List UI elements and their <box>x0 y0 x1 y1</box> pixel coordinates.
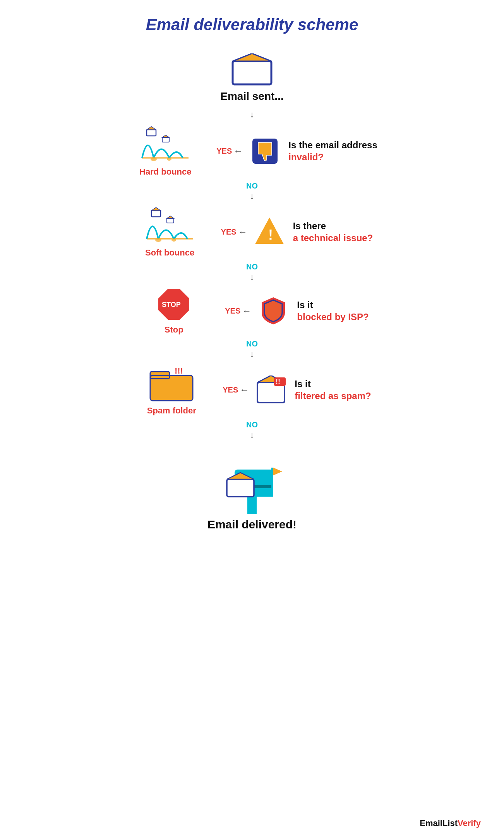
hard-bounce-block: Hard bounce <box>127 125 204 177</box>
stop-sign-icon: STOP <box>156 287 191 322</box>
yes-arrow-4: YES ← <box>223 384 249 395</box>
page-title: Email deliverability scheme <box>146 15 358 34</box>
technical-issue-icon: ! <box>252 214 287 249</box>
spam-filter-icon: !! <box>254 372 288 407</box>
spam-envelope-icon: !! <box>255 375 286 405</box>
yes-arrow-1: YES ← <box>216 146 243 156</box>
svg-point-15 <box>155 238 161 242</box>
svg-point-8 <box>167 158 171 161</box>
svg-text:!!: !! <box>276 378 280 386</box>
yes-arrow-3: YES ← <box>225 305 251 316</box>
arrow-no-2: NO ↓ <box>246 262 258 282</box>
svg-text:STOP: STOP <box>162 301 181 309</box>
decision-row-3: STOP Stop YES ← Is it blocked by ISP? <box>78 287 426 335</box>
soft-bounce-icon <box>143 206 197 245</box>
invalid-email-icon <box>247 134 282 168</box>
question3-line2: blocked by ISP? <box>297 311 369 323</box>
stop-block: STOP Stop <box>135 287 213 335</box>
svg-text:!: ! <box>268 227 273 243</box>
svg-marker-6 <box>162 135 169 137</box>
svg-rect-22 <box>150 375 193 401</box>
svg-point-16 <box>171 238 176 242</box>
question1-line1: Is the email address <box>288 139 377 151</box>
question-block-3: Is it blocked by ISP? <box>297 299 369 323</box>
shield-icon <box>258 295 289 326</box>
email-sent-node: Email sent... <box>220 53 283 103</box>
question-block-4: Is it filtered as spam? <box>295 378 371 402</box>
question4-line2: filtered as spam? <box>295 390 371 402</box>
spam-folder-label: Spam folder <box>147 406 196 416</box>
isp-blocked-icon <box>256 293 291 328</box>
footer-text1: EmailList <box>420 818 458 828</box>
svg-rect-5 <box>162 137 169 142</box>
question1-line2: invalid? <box>288 151 377 163</box>
email-delivered-label: Email delivered! <box>207 518 297 531</box>
email-sent-label: Email sent... <box>220 90 283 103</box>
spam-folder-icon: !!! <box>148 364 195 403</box>
svg-rect-11 <box>151 211 161 217</box>
arrow-down-1: ↓ <box>250 110 254 120</box>
decision-row-4: !!! Spam folder YES ← !! Is it <box>78 364 426 416</box>
svg-text:!!!: !!! <box>175 366 183 375</box>
svg-marker-1 <box>233 53 271 61</box>
arrow-no-1: NO ↓ <box>246 182 258 201</box>
svg-rect-36 <box>227 479 254 497</box>
question3-line1: Is it <box>297 299 369 311</box>
warning-icon: ! <box>254 216 285 247</box>
svg-marker-35 <box>273 468 282 475</box>
svg-rect-0 <box>233 61 271 84</box>
svg-rect-34 <box>271 468 273 489</box>
svg-rect-3 <box>147 130 156 136</box>
question-block-1: Is the email address invalid? <box>288 139 377 163</box>
svg-rect-13 <box>167 218 174 223</box>
svg-marker-14 <box>167 216 174 218</box>
thumbs-down-icon <box>250 137 279 166</box>
svg-point-7 <box>151 157 157 161</box>
stop-label: Stop <box>165 325 183 335</box>
soft-bounce-label: Soft bounce <box>145 248 194 258</box>
yes-arrow-2: YES ← <box>221 226 247 237</box>
footer-text2: Verify <box>458 818 481 828</box>
svg-marker-12 <box>151 207 161 211</box>
email-icon <box>231 53 273 86</box>
question-block-2: Is there a technical issue? <box>293 220 373 244</box>
arrow-no-3: NO ↓ <box>246 339 258 359</box>
question2-line1: Is there <box>293 220 373 232</box>
flowchart: Email sent... ↓ H <box>78 53 426 531</box>
soft-bounce-block: Soft bounce <box>131 206 209 258</box>
email-delivered-node: Email delivered! <box>207 446 297 531</box>
footer: EmailListVerify <box>420 818 481 828</box>
hard-bounce-icon <box>138 125 192 164</box>
decision-row-1: Hard bounce YES ← Is the email address i… <box>78 125 426 177</box>
question4-line1: Is it <box>295 378 371 390</box>
decision-row-2: Soft bounce YES ← ! Is there a technical… <box>78 206 426 258</box>
spam-folder-block: !!! Spam folder <box>133 364 210 416</box>
question2-line2: a technical issue? <box>293 232 373 244</box>
svg-marker-4 <box>147 127 156 130</box>
arrow-no-4: NO ↓ <box>246 420 258 440</box>
mailbox-icon <box>213 446 291 514</box>
hard-bounce-label: Hard bounce <box>139 167 191 177</box>
